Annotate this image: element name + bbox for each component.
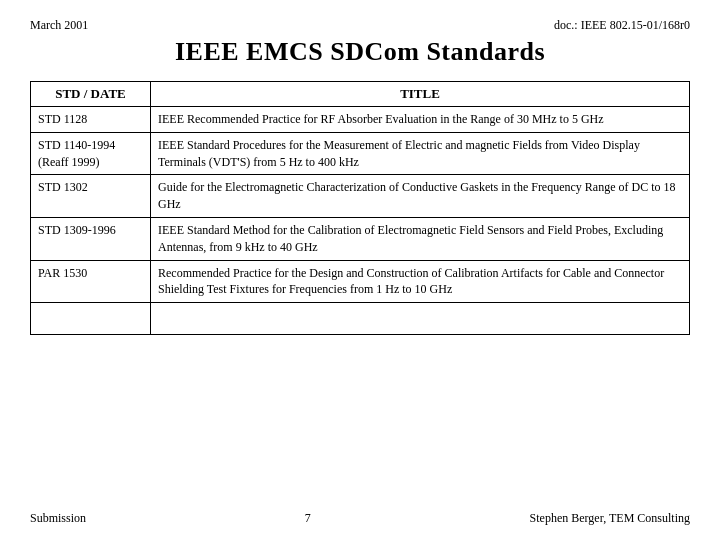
table-row: STD 1140-1994(Reaff 1999)IEEE Standard P… — [31, 132, 690, 175]
table-cell-title — [151, 303, 690, 335]
table-cell-title: IEEE Standard Method for the Calibration… — [151, 217, 690, 260]
page-title: IEEE EMCS SDCom Standards — [30, 37, 690, 67]
table-cell-std: STD 1128 — [31, 107, 151, 133]
page: March 2001 doc.: IEEE 802.15-01/168r0 IE… — [0, 0, 720, 540]
table-cell-std: STD 1309-1996 — [31, 217, 151, 260]
table-cell-std: PAR 1530 — [31, 260, 151, 303]
col-header-title: TITLE — [151, 82, 690, 107]
standards-table: STD / DATE TITLE STD 1128IEEE Recommende… — [30, 81, 690, 335]
footer: Submission 7 Stephen Berger, TEM Consult… — [30, 505, 690, 526]
footer-author: Stephen Berger, TEM Consulting — [530, 511, 690, 526]
table-cell-title: Recommended Practice for the Design and … — [151, 260, 690, 303]
footer-page-number: 7 — [305, 511, 311, 526]
footer-submission: Submission — [30, 511, 86, 526]
table-row: STD 1302Guide for the Electromagnetic Ch… — [31, 175, 690, 218]
col-header-std: STD / DATE — [31, 82, 151, 107]
table-cell-title: IEEE Recommended Practice for RF Absorbe… — [151, 107, 690, 133]
table-cell-std — [31, 303, 151, 335]
table-cell-std: STD 1302 — [31, 175, 151, 218]
table-row: STD 1128IEEE Recommended Practice for RF… — [31, 107, 690, 133]
table-row — [31, 303, 690, 335]
table-cell-std: STD 1140-1994(Reaff 1999) — [31, 132, 151, 175]
header-date: March 2001 — [30, 18, 88, 33]
table-row: PAR 1530Recommended Practice for the Des… — [31, 260, 690, 303]
table-cell-title: IEEE Standard Procedures for the Measure… — [151, 132, 690, 175]
header: March 2001 doc.: IEEE 802.15-01/168r0 — [30, 18, 690, 33]
table-row: STD 1309-1996IEEE Standard Method for th… — [31, 217, 690, 260]
header-doc: doc.: IEEE 802.15-01/168r0 — [554, 18, 690, 33]
table-cell-title: Guide for the Electromagnetic Characteri… — [151, 175, 690, 218]
